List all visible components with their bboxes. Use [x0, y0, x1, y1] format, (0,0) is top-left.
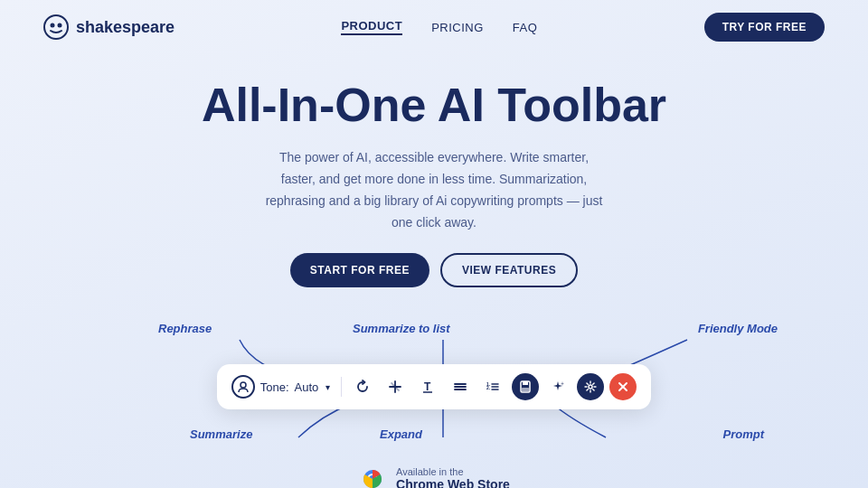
annotation-summarize-list: Summarize to list [353, 322, 450, 335]
hero-subtitle: The power of AI, accessible everywhere. … [262, 147, 606, 233]
ai-toolbar: Tone: Auto ▾ T [217, 364, 652, 409]
hero-buttons: START FOR FREE VIEW FEATURES [0, 253, 868, 287]
tone-chevron-icon[interactable]: ▾ [326, 382, 330, 392]
close-button[interactable] [609, 373, 637, 400]
annotation-summarize: Summarize [190, 427, 252, 441]
tone-control[interactable]: Tone: Auto ▾ [231, 375, 331, 399]
tone-icon [231, 375, 255, 399]
svg-point-2 [58, 23, 62, 28]
svg-rect-18 [523, 381, 528, 385]
logo-icon [43, 14, 69, 40]
toolbar-divider-1 [341, 377, 342, 397]
chrome-store-name: Chrome Web Store [396, 477, 510, 488]
annotation-friendly: Friendly Mode [698, 322, 778, 335]
settings-button[interactable] [577, 373, 604, 400]
numbered-list-button[interactable]: 1. 2. [479, 373, 506, 400]
logo-text: shakespeare [76, 18, 175, 37]
chrome-store-section[interactable]: Available in the Chrome Web Store [0, 465, 868, 488]
chrome-available-text: Available in the [396, 466, 510, 477]
annotation-prompt: Prompt [723, 427, 765, 441]
nav-faq[interactable]: FAQ [513, 21, 538, 34]
view-features-button[interactable]: VIEW FEATURES [440, 253, 578, 287]
tone-label: Tone: [260, 380, 289, 394]
annotation-rephrase: Rephrase [158, 322, 212, 335]
annotation-expand: Expand [380, 427, 422, 441]
navigation: shakespeare PRODUCT PRICING FAQ TRY FOR … [0, 0, 868, 54]
svg-point-0 [44, 15, 68, 39]
toolbar-demo-section: Rephrase Summarize to list Friendly Mode… [0, 314, 868, 459]
try-free-button[interactable]: TRY FOR FREE [704, 13, 825, 42]
chrome-logo-icon [358, 465, 387, 488]
svg-text:T: T [424, 380, 431, 393]
magic-button[interactable] [544, 373, 571, 400]
svg-point-3 [241, 382, 246, 388]
chrome-store-text: Available in the Chrome Web Store [396, 466, 510, 488]
nav-product[interactable]: PRODUCT [341, 19, 402, 35]
nav-links: PRODUCT PRICING FAQ [341, 19, 537, 35]
list-button[interactable] [447, 373, 474, 400]
tone-value: Auto [295, 380, 319, 394]
save-button[interactable] [512, 373, 539, 400]
svg-rect-19 [522, 388, 529, 391]
expand-button[interactable] [382, 373, 409, 400]
hero-section: All-In-One AI Toolbar The power of AI, a… [0, 54, 868, 287]
svg-point-1 [51, 23, 55, 28]
rephrase-button[interactable]: T [414, 373, 441, 400]
logo[interactable]: shakespeare [43, 14, 175, 40]
start-free-button[interactable]: START FOR FREE [290, 253, 429, 287]
hero-title: All-In-One AI Toolbar [0, 80, 868, 131]
refresh-button[interactable] [349, 373, 376, 400]
svg-point-20 [589, 385, 592, 389]
svg-text:2.: 2. [486, 385, 491, 390]
nav-pricing[interactable]: PRICING [431, 21, 484, 34]
